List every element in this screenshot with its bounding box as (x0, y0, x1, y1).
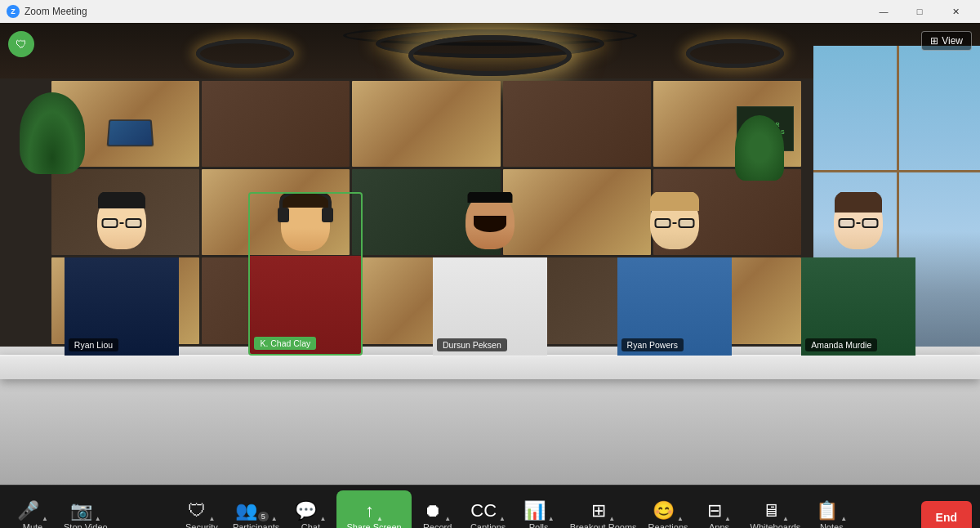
floor-area (0, 347, 980, 485)
participants-label: Participants (233, 522, 279, 528)
toolbar-center-section: 🛡 ▲ Security 👥 5 ▲ Participants 💬 ▲ Chat (113, 490, 921, 528)
reactions-chevron: ▲ (677, 515, 684, 522)
record-icon: ⏺ (424, 502, 442, 520)
toolbar: 🎤 ▲ Mute 📷 ▲ Stop Video 🛡 ▲ Security (0, 485, 980, 528)
participant-video: Dursun Peksen (433, 192, 547, 356)
security-badge: 🛡 (8, 31, 34, 57)
person-beard (474, 216, 506, 232)
meeting-container: DELIVER HAPPINESS (0, 23, 980, 485)
notes-button[interactable]: 📋 ▲ Notes (807, 490, 856, 528)
participant-chad-clay: K. Chad Clay (248, 192, 363, 356)
reactions-label: Reactions (648, 522, 688, 528)
participants-button[interactable]: 👥 5 ▲ Participants (228, 490, 284, 528)
captions-icon: CC (470, 502, 497, 520)
breakout-chevron: ▲ (608, 515, 615, 522)
participant-count-badge: 5 (258, 512, 269, 521)
close-button[interactable]: ✕ (938, 0, 973, 23)
security-icon: 🛡 (188, 502, 206, 520)
mute-button[interactable]: 🎤 ▲ Mute (8, 490, 57, 528)
participants-container: Ryan Liou K. Chad Clay (29, 115, 951, 356)
window-controls[interactable]: — □ ✕ (866, 0, 973, 23)
glass-bridge (857, 222, 861, 224)
whiteboards-button[interactable]: 🖥 ▲ Whiteboards (746, 490, 806, 528)
participant-name-chad-clay: K. Chad Clay (254, 337, 316, 350)
glass-right (678, 218, 694, 228)
notes-label: Notes (820, 522, 844, 528)
end-meeting-button[interactable]: End (921, 501, 972, 529)
polls-btn-inner: 📊 ▲ (523, 502, 555, 522)
breakout-rooms-button[interactable]: ⊞ ▲ Breakout Rooms (565, 490, 642, 528)
chat-chevron: ▲ (319, 515, 326, 522)
stop-video-label: Stop Video (64, 522, 108, 528)
participants-btn-inner: 👥 5 ▲ (235, 502, 278, 522)
person-glasses (101, 218, 141, 228)
camera-icon: 📷 (70, 502, 92, 520)
toolbar-left-section: 🎤 ▲ Mute 📷 ▲ Stop Video (8, 490, 113, 528)
record-label: Record (423, 522, 452, 528)
polls-label: Polls (529, 522, 549, 528)
whiteboards-chevron: ▲ (782, 515, 789, 522)
glass-left (654, 218, 670, 228)
share-chevron: ▲ (376, 515, 383, 522)
reactions-icon: 😊 (653, 502, 675, 520)
breakout-icon: ⊞ (591, 502, 606, 520)
record-chevron: ▲ (444, 515, 451, 522)
person-hair (835, 192, 882, 213)
apps-button[interactable]: ⊟ ▲ Apps (695, 490, 744, 528)
captions-label: Captions (470, 522, 506, 528)
participants-icon: 👥 (235, 502, 257, 520)
chat-label: Chat (301, 522, 320, 528)
maximize-button[interactable]: □ (902, 0, 938, 23)
person-head (834, 192, 883, 249)
apps-icon: ⊟ (707, 502, 722, 520)
headphone-ear-left (278, 208, 289, 222)
share-screen-icon: ↑ (365, 502, 374, 520)
captions-button[interactable]: CC ▲ Captions (464, 490, 513, 528)
person-hair (650, 192, 699, 211)
glass-bridge (119, 222, 123, 224)
polls-icon: 📊 (523, 502, 546, 520)
person-head (466, 192, 514, 249)
polls-chevron: ▲ (548, 515, 555, 522)
stop-video-button[interactable]: 📷 ▲ Stop Video (59, 490, 113, 528)
polls-button[interactable]: 📊 ▲ Polls (514, 490, 564, 528)
breakout-label: Breakout Rooms (570, 522, 637, 528)
share-btn-inner: ↑ ▲ (365, 502, 383, 522)
shield-icon: 🛡 (16, 38, 27, 51)
participant-video: Amanda Murdie (801, 192, 915, 356)
captions-btn-inner: CC ▲ (470, 502, 506, 522)
security-button[interactable]: 🛡 ▲ Security (177, 490, 226, 528)
chat-button[interactable]: 💬 ▲ Chat (286, 490, 335, 528)
glass-right (862, 218, 879, 228)
record-btn-inner: ⏺ ▲ (424, 502, 451, 522)
whiteboards-btn-inner: 🖥 ▲ (762, 502, 789, 522)
security-btn-inner: 🛡 ▲ (188, 502, 215, 522)
participant-name-amanda: Amanda Murdie (805, 338, 877, 351)
view-label: View (942, 35, 963, 47)
share-screen-button[interactable]: ↑ ▲ Share Screen (336, 490, 411, 528)
mute-chevron: ▲ (42, 515, 48, 522)
mute-label: Mute (23, 522, 42, 528)
participant-ryan-powers: Ryan Powers (617, 192, 732, 356)
chat-icon: 💬 (295, 502, 317, 520)
record-button[interactable]: ⏺ ▲ Record (413, 490, 462, 528)
participant-video: Ryan Liou (65, 192, 179, 356)
ceiling-ring-right (686, 39, 784, 68)
minimize-button[interactable]: — (866, 0, 902, 23)
glass-right (125, 218, 141, 228)
video-scene: DELIVER HAPPINESS (0, 23, 980, 485)
participants-chevron: ▲ (271, 515, 278, 522)
apps-label: Apps (709, 522, 729, 528)
reactions-button[interactable]: 😊 ▲ Reactions (644, 490, 693, 528)
security-label: Security (185, 522, 218, 528)
video-chevron: ▲ (95, 515, 101, 522)
glass-bridge (672, 222, 676, 224)
view-button[interactable]: ⊞ View (921, 31, 972, 51)
person-headphones (279, 192, 332, 214)
headphone-ear-right (322, 208, 333, 222)
glass-left (839, 218, 855, 228)
notes-btn-inner: 📋 ▲ (816, 502, 847, 522)
ceiling-ring-left (196, 39, 294, 68)
mute-btn-inner: 🎤 ▲ (17, 502, 48, 522)
participant-amanda-murdie: Amanda Murdie (801, 192, 915, 356)
